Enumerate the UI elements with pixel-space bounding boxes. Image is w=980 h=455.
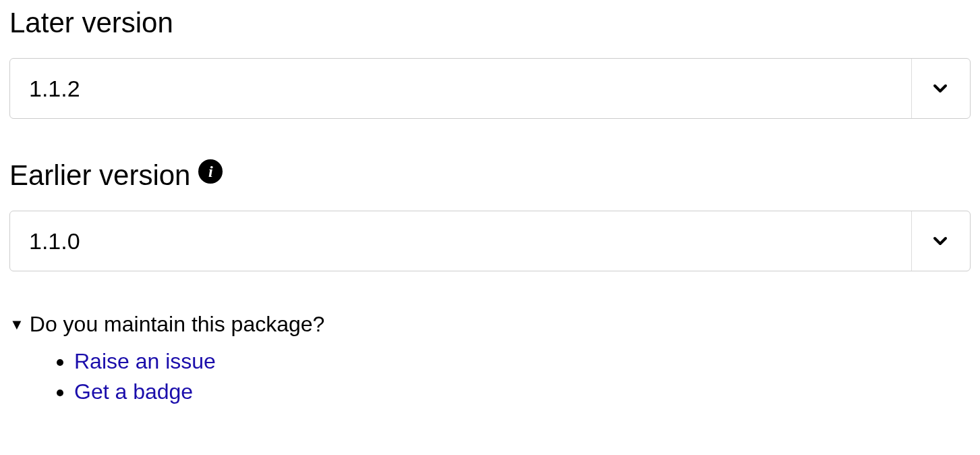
earlier-version-select[interactable]: 1.1.0 bbox=[9, 211, 971, 271]
maintainer-links-list: Raise an issue Get a badge bbox=[9, 349, 971, 404]
raise-issue-link[interactable]: Raise an issue bbox=[74, 349, 216, 373]
later-version-heading: Later version bbox=[9, 7, 971, 39]
list-item: Raise an issue bbox=[74, 349, 971, 374]
later-version-value: 1.1.2 bbox=[29, 76, 80, 102]
list-item: Get a badge bbox=[74, 379, 971, 404]
earlier-version-value: 1.1.0 bbox=[29, 228, 80, 255]
maintainer-details-toggle[interactable]: ▼ Do you maintain this package? bbox=[9, 312, 971, 337]
chevron-down-icon bbox=[911, 59, 951, 118]
earlier-version-heading: Earlier version i bbox=[9, 159, 971, 192]
disclosure-triangle-icon: ▼ bbox=[9, 317, 24, 332]
get-badge-link[interactable]: Get a badge bbox=[74, 379, 193, 404]
maintainer-summary-text: Do you maintain this package? bbox=[30, 312, 325, 337]
later-version-heading-text: Later version bbox=[9, 7, 173, 39]
later-version-select[interactable]: 1.1.2 bbox=[9, 58, 971, 119]
earlier-version-heading-text: Earlier version bbox=[9, 159, 190, 192]
info-icon[interactable]: i bbox=[198, 159, 223, 184]
chevron-down-icon bbox=[911, 211, 951, 271]
